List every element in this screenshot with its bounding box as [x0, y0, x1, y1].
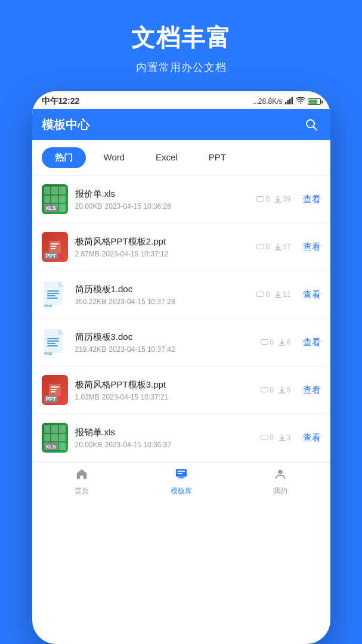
svg-rect-32 — [177, 471, 185, 472]
svg-rect-26 — [51, 386, 59, 388]
file-meta: 1.03MB 2023-04-15 10:37:21 — [75, 393, 254, 401]
svg-rect-19 — [47, 338, 59, 339]
view-button[interactable]: 查看 — [303, 385, 321, 396]
download-stat: 39 — [274, 195, 290, 203]
file-icon-xls: XLS — [42, 184, 68, 214]
svg-rect-14 — [47, 295, 55, 296]
svg-rect-8 — [51, 246, 57, 247]
comment-stat: 0 — [256, 243, 270, 251]
user-icon — [274, 467, 287, 484]
file-icon-ppt: PPT — [42, 232, 68, 262]
file-meta: 20.00KB 2023-04-15 10:36:37 — [75, 441, 254, 449]
svg-rect-31 — [175, 469, 186, 477]
svg-rect-12 — [47, 290, 59, 292]
list-item: XLS 报销单.xls 20.00KB 2023-04-15 10:36:37 … — [32, 414, 330, 461]
nav-home-label: 首页 — [75, 486, 89, 496]
download-stat: 11 — [274, 290, 290, 299]
svg-rect-7 — [51, 243, 59, 244]
view-button[interactable]: 查看 — [303, 242, 321, 253]
file-size: 350.22KB — [75, 298, 107, 306]
svg-rect-33 — [177, 473, 182, 474]
svg-rect-24 — [261, 339, 268, 344]
list-item: PPT 极简风格PPT模板3.ppt 1.03MB 2023-04-15 10:… — [32, 367, 330, 413]
file-stats: 0 5 — [261, 386, 290, 394]
svg-rect-9 — [51, 248, 55, 249]
file-date: 2023-04-15 10:36:26 — [105, 202, 171, 210]
download-stat: 6 — [279, 338, 291, 346]
svg-rect-0 — [285, 102, 287, 104]
file-name: 简历模板3.doc — [75, 332, 254, 343]
file-meta: 350.22KB 2023-04-15 10:37:28 — [75, 298, 250, 306]
file-date: 2023-04-15 10:36:37 — [105, 441, 171, 449]
svg-rect-27 — [51, 389, 57, 390]
file-date: 2023-04-15 10:37:42 — [109, 345, 175, 354]
app-header-title: 模板中心 — [42, 117, 89, 133]
file-stats: 0 6 — [261, 338, 290, 346]
tab-ppt[interactable]: PPT — [196, 147, 239, 168]
file-name: 简历模板1.doc — [75, 284, 250, 295]
file-list: XLS 报价单.xls 20.00KB 2023-04-15 10:36:26 … — [32, 176, 330, 462]
file-date: 2023-04-15 10:37:12 — [102, 250, 168, 258]
view-button[interactable]: 查看 — [303, 337, 321, 348]
status-right: ...28.8K/s — [252, 97, 321, 106]
file-info: 简历模板1.doc 350.22KB 2023-04-15 10:37:28 — [75, 284, 250, 306]
svg-rect-5 — [257, 196, 264, 201]
signal-icon — [285, 97, 293, 106]
file-size: 20.00KB — [75, 441, 103, 449]
svg-point-34 — [279, 470, 283, 474]
home-icon — [75, 467, 88, 484]
network-speed: ...28.8K/s — [252, 97, 283, 106]
list-item: PPT 极简风格PPT模板2.ppt 2.87MB 2023-04-15 10:… — [32, 224, 330, 270]
nav-home[interactable]: 首页 — [32, 467, 132, 496]
wifi-icon — [296, 97, 305, 106]
file-meta: 20.00KB 2023-04-15 10:36:26 — [75, 202, 250, 210]
file-name: 极简风格PPT模板2.ppt — [75, 236, 250, 247]
svg-text:doc: doc — [44, 351, 53, 356]
nav-mine[interactable]: 我的 — [231, 467, 330, 496]
file-info: 极简风格PPT模板3.ppt 1.03MB 2023-04-15 10:37:2… — [75, 379, 254, 401]
phone-mockup: 中午12:22 ...28.8K/s — [32, 91, 330, 644]
nav-mine-label: 我的 — [273, 486, 287, 496]
file-size: 20.00KB — [75, 202, 103, 210]
svg-rect-13 — [47, 293, 59, 294]
file-date: 2023-04-15 10:37:21 — [102, 393, 168, 401]
hero-title: 文档丰富 — [131, 21, 231, 54]
file-name: 报销单.xls — [75, 427, 254, 438]
file-size: 1.03MB — [75, 393, 100, 401]
file-stats: 0 39 — [256, 195, 290, 203]
file-name: 报价单.xls — [75, 188, 250, 200]
file-info: 报销单.xls 20.00KB 2023-04-15 10:36:37 — [75, 427, 254, 449]
svg-rect-15 — [47, 298, 58, 299]
hero-subtitle: 内置常用办公文档 — [136, 60, 227, 75]
view-button[interactable]: 查看 — [303, 194, 321, 205]
view-button[interactable]: 查看 — [303, 289, 321, 301]
tab-excel[interactable]: Excel — [143, 147, 191, 168]
templates-icon — [175, 467, 188, 484]
svg-rect-29 — [261, 387, 268, 392]
download-stat: 5 — [279, 386, 291, 394]
download-stat: 3 — [279, 434, 291, 442]
list-item: XLS 报价单.xls 20.00KB 2023-04-15 10:36:26 … — [32, 176, 330, 222]
file-icon-doc: doc — [42, 327, 68, 357]
search-button[interactable] — [302, 115, 321, 134]
file-stats: 0 11 — [256, 290, 290, 299]
svg-rect-28 — [51, 391, 55, 392]
svg-text:doc: doc — [44, 303, 53, 308]
bottom-nav: 首页 模板库 我的 — [32, 462, 330, 503]
file-info: 极简风格PPT模板2.ppt 2.87MB 2023-04-15 10:37:1… — [75, 236, 250, 258]
svg-rect-1 — [287, 100, 289, 104]
file-size: 2.87MB — [75, 250, 100, 258]
svg-rect-20 — [47, 340, 59, 342]
nav-templates[interactable]: 模板库 — [131, 467, 231, 496]
comment-stat: 0 — [261, 386, 274, 394]
tab-hot[interactable]: 热门 — [42, 147, 86, 168]
svg-rect-10 — [257, 244, 264, 249]
tab-word[interactable]: Word — [91, 147, 138, 168]
file-name: 极简风格PPT模板3.ppt — [75, 379, 254, 391]
comment-stat: 0 — [256, 290, 270, 299]
svg-rect-21 — [47, 343, 55, 344]
tabs-bar: 热门 Word Excel PPT — [32, 140, 330, 176]
file-icon-doc: doc — [42, 280, 68, 309]
file-icon-ppt: PPT — [42, 375, 68, 405]
view-button[interactable]: 查看 — [303, 432, 321, 444]
